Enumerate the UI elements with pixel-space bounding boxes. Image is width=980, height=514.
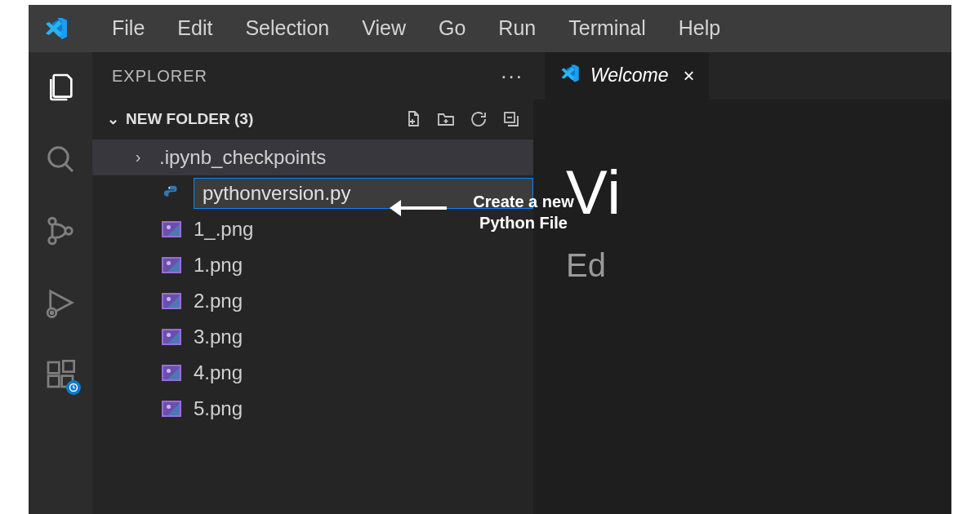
- new-file-icon[interactable]: [403, 109, 424, 130]
- tab-label: Welcome: [590, 64, 668, 86]
- tree-label: 1.png: [194, 254, 243, 277]
- svg-rect-7: [48, 375, 59, 386]
- menu-file[interactable]: File: [96, 16, 161, 40]
- tree-label: .ipynb_checkpoints: [159, 146, 326, 169]
- welcome-subtitle: Ed: [566, 247, 951, 284]
- svg-rect-6: [48, 362, 59, 373]
- close-icon[interactable]: ×: [683, 64, 694, 87]
- explorer-title: EXPLORER: [112, 67, 207, 86]
- new-file-name-input[interactable]: [194, 178, 533, 209]
- tree-file[interactable]: 1.png: [92, 247, 533, 283]
- tab-welcome[interactable]: Welcome ×: [545, 52, 709, 100]
- svg-point-3: [49, 237, 56, 243]
- image-file-icon: [161, 398, 182, 419]
- menu-terminal[interactable]: Terminal: [552, 16, 662, 40]
- svg-rect-9: [63, 361, 74, 371]
- menu-go[interactable]: Go: [422, 16, 482, 40]
- tree-file[interactable]: 4.png: [92, 355, 533, 391]
- collapse-all-icon[interactable]: [501, 109, 522, 130]
- image-file-icon: [161, 362, 182, 383]
- search-icon[interactable]: [42, 140, 79, 178]
- tree-label: 3.png: [194, 326, 243, 348]
- explorer-icon[interactable]: [42, 69, 79, 106]
- svg-point-2: [49, 218, 56, 224]
- tree-label: 2.png: [194, 290, 243, 312]
- folder-header[interactable]: ⌄ NEW FOLDER (3): [92, 100, 533, 138]
- image-file-icon: [161, 255, 182, 276]
- editor-area: Welcome × Vi Ed: [533, 52, 951, 515]
- tree-file[interactable]: 2.png: [92, 283, 533, 319]
- image-file-icon: [161, 290, 182, 312]
- new-folder-icon[interactable]: [435, 109, 457, 130]
- svg-point-0: [49, 147, 68, 166]
- explorer-sidebar: EXPLORER ··· ⌄ NEW FOLDER (3): [92, 52, 533, 515]
- menu-view[interactable]: View: [345, 16, 422, 40]
- file-tree: › .ipynb_checkpoints 1_.png 1.png: [92, 138, 533, 427]
- vscode-logo-icon: [559, 63, 581, 89]
- image-file-icon: [161, 219, 182, 240]
- tree-new-file-row[interactable]: [92, 175, 533, 211]
- editor-tabs: Welcome ×: [533, 52, 951, 100]
- tree-label: 4.png: [194, 361, 243, 384]
- tree-label: 5.png: [194, 397, 243, 420]
- svg-point-12: [168, 187, 170, 188]
- tree-file[interactable]: 1_.png: [92, 211, 533, 247]
- python-file-icon: [161, 183, 182, 204]
- menu-run[interactable]: Run: [482, 16, 552, 40]
- run-debug-icon[interactable]: [42, 284, 79, 321]
- chevron-down-icon: ⌄: [107, 110, 119, 128]
- tree-folder-checkpoints[interactable]: › .ipynb_checkpoints: [92, 140, 533, 175]
- tree-file[interactable]: 3.png: [92, 319, 533, 355]
- vscode-logo-icon: [43, 14, 73, 43]
- source-control-icon[interactable]: [42, 212, 79, 250]
- folder-name: NEW FOLDER (3): [126, 110, 253, 128]
- tree-file[interactable]: 5.png: [92, 391, 533, 427]
- chevron-right-icon: ›: [128, 148, 148, 166]
- activity-bar: [29, 52, 92, 515]
- image-file-icon: [161, 326, 182, 348]
- welcome-page: Vi Ed: [533, 100, 951, 515]
- clock-badge-icon: [66, 380, 81, 395]
- body-area: EXPLORER ··· ⌄ NEW FOLDER (3): [29, 52, 951, 515]
- svg-line-1: [65, 163, 73, 171]
- explorer-header: EXPLORER ···: [92, 52, 533, 100]
- menu-bar: File Edit Selection View Go Run Terminal…: [29, 5, 951, 52]
- refresh-icon[interactable]: [468, 109, 489, 130]
- menu-edit[interactable]: Edit: [161, 16, 229, 40]
- welcome-title: Vi: [566, 157, 951, 228]
- menu-help[interactable]: Help: [662, 16, 737, 40]
- extensions-icon[interactable]: [42, 356, 79, 393]
- tree-label: 1_.png: [194, 218, 253, 241]
- menu-selection[interactable]: Selection: [229, 16, 345, 40]
- explorer-more-icon[interactable]: ···: [501, 64, 523, 89]
- vscode-window: File Edit Selection View Go Run Terminal…: [29, 5, 951, 515]
